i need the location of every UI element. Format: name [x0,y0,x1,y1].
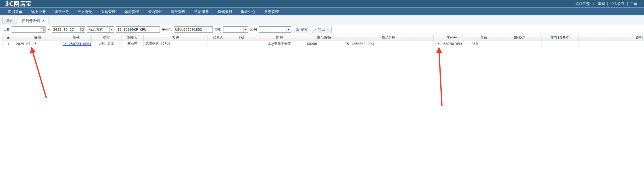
grid-header-row: # 日期 单号 类型 制单人 客户 联系人 手机 库房 商品编码 商品名称 序列… [2,35,644,41]
nav-item-offline-biz[interactable]: 线下业务 [54,9,69,14]
nav-item-purchase-mgmt[interactable]: 采购管理 [101,9,116,14]
search-button[interactable]: 搜索 [293,26,310,33]
col-header-remark: 说明 [578,35,644,41]
col-header-serial-no: 序列号 [434,35,470,41]
export-caret-icon: ▼ [327,28,329,31]
col-header-sn-note: SN备注 [498,35,541,41]
cell-contact [208,41,228,47]
nav-item-warehouse-mgmt[interactable]: 库房管理 [124,9,139,14]
chevron-down-icon: ▼ [243,27,248,32]
export-button[interactable]: » 导出 ▼ [312,26,332,33]
table-row: 1 2025-07-23 RK-250723-0004 采购 直采 李丽萍 武汉… [2,41,644,47]
nav-item-common-menu[interactable]: 常用菜单 [8,9,22,14]
date-label: 日期 [3,27,10,32]
type-label: 类型 [214,27,222,32]
col-header-index: # [2,35,14,41]
nav-item-system-mgmt[interactable]: 系统管理 [264,9,279,14]
date-range-separator: ~ [47,27,50,32]
cell-creator: 李丽萍 [121,41,144,47]
search-button-label: 搜索 [300,27,308,32]
nav-item-online-biz[interactable]: 线上业务 [31,9,46,14]
cell-serial-no: U5UU637301853 [434,41,470,47]
user-area: 武汉亿楚 ： 李周 | 个人设置 | 工单 | [575,1,641,6]
col-header-unit-price: 单价 [470,35,498,41]
cell-unit-price: 960 [470,41,498,47]
cell-product-name: I5-12600KF CPU [343,41,434,47]
app-window: 3C网店宝 武汉亿楚 ： 李周 | 个人设置 | 工单 | 常用菜单 线上业务 … [0,0,644,179]
cell-index: 1 [2,41,14,47]
separator: | [640,2,641,6]
product-field-select-value: 商品名称 [87,27,109,32]
company-name: 武汉亿楚 [575,1,590,6]
title-bar: 3C网店宝 武汉亿楚 ： 李周 | 个人设置 | 工单 | [0,0,644,8]
col-header-product-name: 商品名称 [343,35,434,41]
app-title: 3C网店宝 [5,0,32,8]
cell-order-no: RK-250723-0004 [61,41,92,47]
separator: | [627,2,628,6]
nav-item-cashier-mgmt[interactable]: 出纳管理 [147,9,162,14]
product-field-select[interactable]: 商品名称 ▼ [87,26,114,33]
tab-close-icon[interactable]: ✕ [42,19,45,23]
empty-content-area [0,47,644,173]
tab-serial-tracking[interactable]: 序列号进销 ✕ [18,17,49,24]
cell-phone [228,41,254,47]
warehouse-label: 库房 [250,27,257,32]
col-header-creator: 制单人 [121,35,144,41]
tab-serial-tracking-label: 序列号进销 [22,18,40,23]
date-from-wrap [12,26,46,33]
serial-input[interactable] [174,26,213,33]
cell-customer: 武汉交达（CPU） [144,41,208,47]
calendar-icon[interactable] [40,27,45,32]
col-header-type: 类型 [92,35,121,41]
personal-settings-link[interactable]: 个人设置 [610,1,625,6]
cell-product-code: 60206 [305,41,343,47]
cell-date: 2025-07-23 [14,41,61,47]
warehouse-select[interactable]: ▼ [259,26,291,33]
serial-label: 序列号 [161,27,172,32]
work-order-link[interactable]: 工单 [630,1,637,6]
product-name-input[interactable] [116,26,160,33]
tab-strip: 欢迎 序列号进销 ✕ [0,15,644,24]
cell-remark [578,41,644,47]
date-to-wrap [52,26,85,33]
nav-item-3rd-warehouse[interactable]: 三方仓配 [78,9,92,14]
col-header-warehouse: 库房 [254,35,305,41]
separator: | [607,2,608,6]
cell-warehouse: diy电脑主仓库 [254,41,305,47]
chevron-down-icon: ▼ [286,27,291,32]
cell-type: 采购 直采 [92,41,121,47]
col-header-customer: 客户 [144,35,208,41]
calendar-icon[interactable] [80,27,84,32]
chevron-down-icon: ▼ [109,27,114,32]
nav-item-report-center[interactable]: 报表中心 [241,9,256,14]
search-icon [296,28,299,32]
nav-item-aftersale[interactable]: 售后服务 [194,9,209,14]
tab-welcome-label: 欢迎 [6,18,13,23]
col-header-contact: 联系人 [208,35,228,41]
col-header-order-no: 单号 [61,35,92,41]
main-nav: 常用菜单 线上业务 线下业务 三方仓配 采购管理 库房管理 出纳管理 财务管理 … [0,8,644,15]
tab-welcome[interactable]: 欢迎 [2,17,17,24]
nav-item-finance-mgmt[interactable]: 财务管理 [171,9,186,14]
colon: ： [592,1,595,6]
filter-bar: 日期 ~ [0,24,644,35]
current-user[interactable]: 李周 [598,1,605,6]
serial-grid: # 日期 单号 类型 制单人 客户 联系人 手机 库房 商品编码 商品名称 序列… [0,35,644,47]
order-no-link[interactable]: RK-250723-0004 [63,42,91,46]
col-header-product-code: 商品编码 [305,35,343,41]
cell-sn-note [498,41,541,47]
export-icon: » [314,29,317,30]
nav-item-base-data[interactable]: 基础资料 [217,9,232,14]
col-header-date: 日期 [14,35,61,41]
cell-stock-sn-note [541,41,578,47]
col-header-phone: 手机 [228,35,254,41]
type-select[interactable]: ▼ [223,26,248,33]
col-header-stock-sn-note: 库存SN备注 [541,35,578,41]
export-button-label: 导出 [318,27,325,32]
